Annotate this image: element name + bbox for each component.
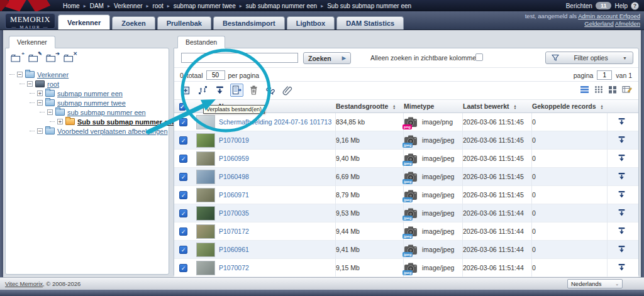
row-checkbox[interactable]: ✓	[179, 173, 187, 181]
move-file-icon[interactable]	[230, 84, 243, 97]
zoeken-button[interactable]: Zoeken ▶	[303, 52, 351, 64]
tab-verkenner-panel[interactable]: Verkenner	[9, 36, 55, 48]
breadcrumb-item[interactable]: DAM	[90, 3, 104, 9]
tree-item-link[interactable]: Sub sub submap nummer een	[77, 118, 176, 126]
download-icon[interactable]	[618, 136, 626, 145]
tree-expander[interactable]: −	[27, 81, 33, 87]
file-name-link[interactable]: P1060961	[219, 246, 249, 253]
table-row[interactable]: ✓ Schermafbeelding 2024-07-16 101713 834…	[174, 113, 638, 131]
column-header-bestandsgrootte[interactable]: Bestandsgrootte ▲▼	[336, 102, 404, 110]
download-icon[interactable]	[618, 245, 626, 255]
order-icon[interactable]	[196, 84, 209, 97]
row-checkbox[interactable]: ✓	[179, 209, 187, 217]
file-name-link[interactable]: P1060971	[219, 191, 249, 199]
file-thumbnail[interactable]	[196, 115, 215, 129]
file-name-link[interactable]: P1070172	[219, 227, 249, 235]
tree-expander[interactable]: −	[37, 100, 43, 106]
visible-columns-checkbox[interactable]	[475, 53, 483, 61]
file-thumbnail[interactable]	[196, 188, 215, 202]
tab-bestandsimport[interactable]: Bestandsimport	[213, 16, 285, 30]
move-folder-icon[interactable]: ➔	[46, 53, 58, 63]
delete-folder-icon[interactable]: ✕	[64, 53, 75, 63]
download-icon[interactable]	[618, 118, 626, 127]
tab-dam-statistics[interactable]: DAM Statistics	[336, 16, 404, 30]
language-select[interactable]: Nederlands ⌄	[567, 279, 623, 288]
tab-bestanden-panel[interactable]: Bestanden	[177, 36, 225, 48]
breadcrumb-item[interactable]: sub submap nummer een	[246, 3, 317, 9]
table-row[interactable]: ✓ P1070019 9,16 Mb jpeg image/jpeg 2026-…	[174, 131, 638, 150]
file-thumbnail[interactable]	[196, 243, 215, 257]
list-view-icon[interactable]	[580, 85, 589, 96]
download-icon[interactable]	[618, 227, 626, 236]
table-row[interactable]: ✓ P1060498 6,69 Mb jpeg image/jpeg 2026-…	[174, 168, 638, 186]
breadcrumb-item[interactable]: Home	[63, 3, 80, 9]
tree-item-link[interactable]: Verkenner	[37, 71, 69, 79]
file-thumbnail[interactable]	[196, 133, 215, 148]
tree-item-link[interactable]: sub submap nummer een	[67, 109, 146, 116]
download-icon[interactable]	[618, 263, 626, 273]
table-row[interactable]: ✓ P1070172 9,44 Mb jpeg image/jpeg 2026-…	[174, 222, 638, 241]
tree-expander[interactable]: −	[47, 109, 53, 115]
help-label[interactable]: Help	[614, 3, 628, 9]
file-name-link[interactable]: Schermafbeelding 2024-07-16 101713	[219, 118, 331, 126]
file-thumbnail[interactable]	[196, 170, 215, 184]
link-icon[interactable]	[264, 84, 277, 97]
breadcrumb-item[interactable]: root	[153, 3, 164, 9]
help-icon[interactable]: ?	[631, 2, 639, 10]
row-checkbox[interactable]: ✓	[179, 136, 187, 145]
file-thumbnail[interactable]	[196, 261, 215, 275]
tree-expander[interactable]: −	[37, 128, 43, 134]
table-row[interactable]: ✓ P1070035 9,53 Mb jpeg image/jpeg 2026-…	[174, 204, 638, 222]
download-icon[interactable]	[618, 209, 626, 218]
attachment-icon[interactable]	[281, 84, 294, 97]
edit-folder-icon[interactable]: ✎	[28, 53, 40, 63]
download-icon[interactable]	[618, 154, 626, 163]
per-page-input[interactable]	[206, 70, 225, 80]
column-header-laatst-bewerkt[interactable]: Laatst bewerkt ▲▼	[463, 102, 532, 110]
breadcrumb-item[interactable]: Verkenner	[114, 3, 143, 9]
tab-zoeken[interactable]: Zoeken	[112, 16, 155, 30]
tree-item-link[interactable]: Voorbeeld verplaatsen afbeeldingen	[57, 128, 168, 135]
file-name-link[interactable]: P1060498	[219, 173, 249, 180]
file-thumbnail[interactable]	[196, 206, 215, 221]
tree-expander[interactable]: −	[17, 72, 23, 77]
row-checkbox[interactable]: ✓	[179, 191, 187, 199]
search-input[interactable]	[181, 53, 298, 63]
tab-prullenbak[interactable]: Prullenbak	[157, 16, 211, 30]
breadcrumb-item[interactable]: submap nummer twee	[174, 3, 236, 9]
vitec-memorix-link[interactable]: Vitec Memorix	[5, 280, 43, 287]
logout-link[interactable]: Afmelden	[615, 20, 640, 27]
table-row[interactable]: ✓ P1060959 9,40 Mb jpeg image/jpeg 2026-…	[174, 150, 638, 168]
download-icon[interactable]	[618, 172, 626, 182]
row-checkbox[interactable]: ✓	[179, 246, 187, 254]
new-folder-icon[interactable]: +	[11, 53, 23, 63]
large-grid-view-icon[interactable]	[608, 85, 617, 96]
tree-item-link[interactable]: submap nummer twee	[57, 99, 126, 107]
column-header-mimetype[interactable]: Mimetype	[404, 102, 463, 110]
tree-expander[interactable]: +	[57, 119, 63, 124]
table-edit-view-icon[interactable]	[622, 85, 632, 96]
file-name-link[interactable]: P1060959	[219, 155, 249, 162]
download-icon[interactable]	[213, 84, 226, 97]
column-header-gekoppelde-records[interactable]: Gekoppelde records ▲▼	[532, 102, 608, 110]
tab-verkenner[interactable]: Verkenner	[58, 14, 110, 30]
delete-icon[interactable]	[247, 84, 260, 97]
small-grid-view-icon[interactable]	[594, 85, 603, 96]
file-name-link[interactable]: P1070035	[219, 209, 249, 217]
file-name-link[interactable]: P1070019	[219, 136, 249, 144]
page-input[interactable]	[597, 70, 612, 80]
add-files-icon[interactable]	[179, 84, 192, 97]
row-checkbox[interactable]: ✓	[179, 264, 187, 272]
row-checkbox[interactable]: ✓	[179, 118, 187, 126]
table-row[interactable]: ✓ P1060961 9,41 Mb jpeg image/jpeg 2026-…	[174, 241, 638, 259]
berichten-count-badge[interactable]: 11	[596, 2, 612, 9]
breadcrumb-item[interactable]: Sub sub submap nummer een	[327, 3, 411, 9]
tree-item-link[interactable]: submap nummer een	[57, 90, 123, 97]
berichten-label[interactable]: Berichten	[566, 3, 592, 9]
row-checkbox[interactable]: ✓	[179, 155, 187, 163]
tree-item-link[interactable]: root	[47, 80, 59, 88]
tab-lightbox[interactable]: Lightbox	[287, 16, 335, 30]
table-row[interactable]: ✓ P1060971 8,79 Mb jpeg image/jpeg 2026-…	[174, 186, 638, 204]
file-thumbnail[interactable]	[196, 151, 215, 166]
table-row[interactable]: ✓ P1070072 9,15 Mb jpeg image/jpeg 2026-…	[174, 259, 638, 277]
